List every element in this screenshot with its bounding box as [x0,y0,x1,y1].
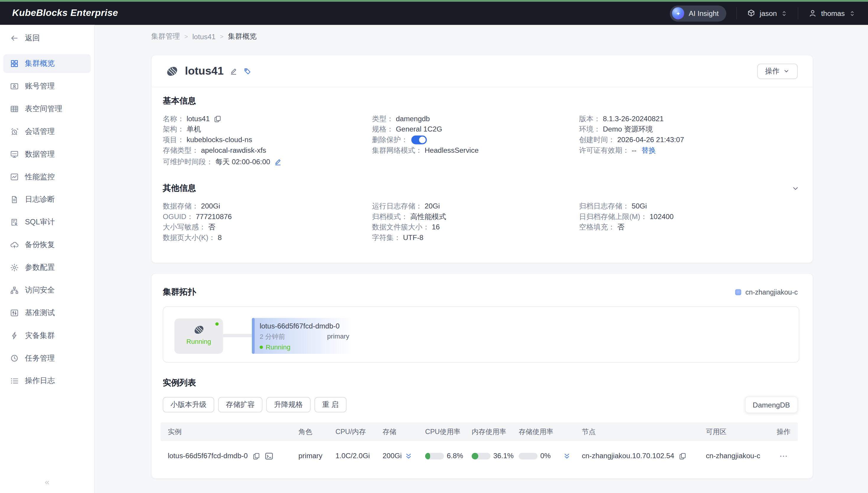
other-info-title: 其他信息 [163,183,799,194]
sidebar-item-label: 基准测试 [25,308,55,318]
resize-spec-button[interactable]: 升降规格 [266,397,310,412]
info-row-type: 类型： damengdb [372,113,579,124]
sort-chevrons-icon [781,10,788,17]
sql-audit-icon [10,218,19,227]
sidebar-item-cluster-overview[interactable]: 集群概览 [3,54,90,73]
table-row: lotus-66d5f67fcd-dmdb-0 [161,441,798,470]
cpu-usage-bar [425,453,444,459]
other-info-col2: 运行日志存储：20Gi 归档模式：高性能模式 数据文件簇大小：16 字符集：UT… [372,201,579,243]
edit-pencil-icon[interactable] [274,158,282,166]
cell-cpu-usage: 6.8% [425,452,472,460]
status-dot [260,346,263,349]
cluster-node[interactable]: Running [175,318,223,354]
info-row-arch: 架构： 单机 [163,124,372,134]
cluster-actions: 操作 [757,63,798,79]
cell-actions: ⋯ [777,451,798,461]
license-replace-link[interactable]: 替换 [642,145,656,155]
pod-age: 2 分钟前 [260,332,285,342]
topology-title: 集群拓扑 [163,287,196,298]
basic-info-col3: 版本： 8.1.3-26-20240821 环境： Demo 资源环境 创建时间… [579,113,799,167]
engine-tab-damengdb[interactable]: DamengDB [745,396,798,413]
info-row-created: 创建时间： 2026-04-26 21:43:07 [579,134,799,145]
rename-edit-icon[interactable] [230,67,237,75]
sidebar-item-perf-monitor[interactable]: 性能监控 [3,168,90,186]
sidebar-item-param-config[interactable]: 参数配置 [3,258,90,277]
perf-chart-icon [10,172,19,181]
copy-icon[interactable] [214,115,221,122]
back-label: 返回 [25,33,40,43]
other-info-col1: 数据存储：200Gi OGUID：777210876 大小写敏感：否 数据页大小… [163,201,372,243]
sidebar-collapse-button[interactable]: « [0,477,94,487]
storage-usage-bar [519,453,538,459]
org-name: jason [760,9,777,17]
sidebar-item-benchmark[interactable]: 基准测试 [3,303,90,322]
sidebar-item-sql-audit[interactable]: SQL审计 [3,213,90,232]
section-collapse-chevron-icon[interactable] [791,184,799,192]
copy-icon[interactable] [252,452,260,460]
minor-upgrade-button[interactable]: 小版本升级 [163,397,214,412]
expand-metrics-icon[interactable] [563,452,570,460]
breadcrumb-current: 集群概览 [228,31,257,42]
actions-dropdown-button[interactable]: 操作 [757,63,798,79]
sidebar-item-operation-log[interactable]: 操作日志 [3,371,90,390]
sidebar-item-label: 任务管理 [25,353,55,363]
grid-overview-icon [10,59,19,68]
breadcrumb-cluster-mgmt[interactable]: 集群管理 [151,31,180,42]
sidebar-item-tablespace-mgmt[interactable]: 表空间管理 [3,100,90,119]
back-button[interactable]: 返回 [3,29,90,48]
user-menu[interactable]: thomas [808,9,856,18]
storage-expand-button[interactable]: 存储扩容 [218,397,262,412]
pod-role: primary [327,332,349,342]
cell-storage: 200Gi [383,452,425,460]
sidebar-item-data-mgmt[interactable]: 数据管理 [3,145,90,164]
zone-legend-label: cn-zhangjiakou-c [745,288,798,296]
pod-status: Running [260,343,349,351]
cell-mem-usage: 36.1% [472,452,519,460]
instance-pod-card[interactable]: lotus-66d5f67fcd-dmdb-0 2 分钟前 primary Ru… [252,318,354,354]
ai-insight-button[interactable]: ✦ AI Insight [670,5,727,21]
topology-connector [223,334,253,337]
double-chevron-down-icon[interactable] [404,452,412,460]
sidebar-item-access-security[interactable]: 访问安全 [3,281,90,300]
sidebar-item-dr-cluster[interactable]: 灾备集群 [3,326,90,345]
node-status-label: Running [186,338,211,346]
tag-icon[interactable] [244,67,251,75]
cell-cpu-mem: 1.0C/2.0Gi [336,452,382,460]
sidebar-item-label: 账号管理 [25,81,55,91]
delete-protection-toggle[interactable] [411,135,427,144]
sidebar-item-label: 参数配置 [25,263,55,273]
row-more-button[interactable]: ⋯ [780,451,789,461]
dameng-logo [165,64,180,79]
copy-icon[interactable] [679,452,686,460]
pod-accent-bar [252,318,255,354]
sidebar-item-backup-restore[interactable]: 备份恢复 [3,236,90,255]
org-switcher[interactable]: jason [747,9,788,18]
instance-table-header: 实例 角色 CPU/内存 存储 CPU使用率 内存使用率 存储使用率 节点 可用… [161,423,798,442]
restart-button[interactable]: 重 启 [315,397,346,412]
zone-color-swatch [735,289,741,296]
sidebar-item-label: 备份恢复 [25,240,55,250]
divider [736,7,737,19]
session-alarm-icon [10,127,19,136]
mem-usage-bar [472,453,491,459]
sidebar-item-account-mgmt[interactable]: 账号管理 [3,77,90,96]
list-icon [10,377,19,385]
sidebar-item-session-mgmt[interactable]: 会话管理 [3,122,90,141]
app-root: KubeBlocks Enterprise ✦ AI Insight jason… [0,0,868,493]
sidebar-item-label: SQL审计 [25,217,55,227]
lightning-icon [10,331,19,340]
ai-insight-label: AI Insight [689,9,719,17]
sidebar-item-task-mgmt[interactable]: 任务管理 [3,349,90,368]
pod-name: lotus-66d5f67fcd-dmdb-0 [260,322,349,330]
breadcrumb-separator: > [220,33,223,40]
sidebar-item-label: 灾备集群 [25,330,55,341]
info-row-license: 许可证有效期： -- 替换 [579,145,799,155]
zone-legend: cn-zhangjiakou-c [735,288,798,296]
terminal-icon[interactable] [264,451,273,460]
info-row-env: 环境： Demo 资源环境 [579,124,799,134]
cluster-info-card: lotus41 操作 [151,55,813,263]
sidebar-item-log-diagnosis[interactable]: 日志诊断 [3,190,90,209]
breadcrumb-cluster[interactable]: lotus41 [192,33,216,41]
topology-panel: Running lotus-66d5f67fcd-dmdb-0 2 分钟前 pr… [163,306,799,363]
page-title: lotus41 [185,65,223,77]
